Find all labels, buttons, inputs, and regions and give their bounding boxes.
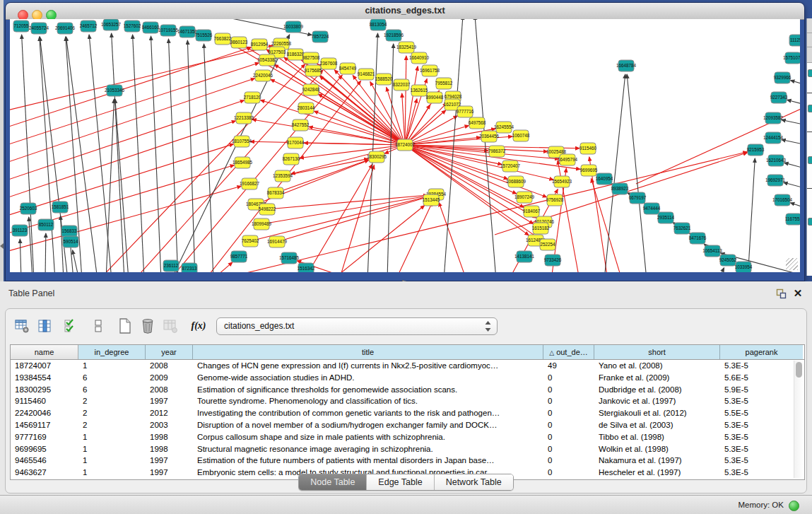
delete-table-button[interactable] [139,317,157,335]
graph-edge[interactable] [151,36,161,272]
graph-node[interactable]: 7955812 [435,78,453,89]
graph-node[interactable]: 18300295 [367,151,387,163]
graph-edge[interactable] [627,74,647,272]
graph-node[interactable]: 9227343 [770,92,788,103]
column-header-pagerank[interactable]: pagerank [720,345,803,359]
graph-node[interactable]: 8990448 [426,92,444,103]
graph-node[interactable]: 2520603 [20,203,37,214]
graph-node[interactable]: 10719155 [158,25,179,36]
graph-edge[interactable] [790,203,800,209]
function-builder-button[interactable]: f(x) [188,320,209,332]
graph-node[interactable]: 850112 [38,219,54,230]
table-settings-button[interactable] [13,317,31,335]
graph-node[interactable]: 1527602 [124,21,141,32]
graph-edge[interactable] [784,163,800,170]
graph-node[interactable]: 20364456 [479,131,500,142]
graph-node[interactable]: 9827508 [302,52,320,64]
graph-node[interactable]: 18107554 [232,136,252,147]
graph-node[interactable]: 9175685 [305,65,322,76]
graph-edge[interactable] [277,197,428,242]
graph-edge[interactable] [790,81,800,86]
graph-node[interactable]: 8322037 [393,79,411,90]
graph-node[interactable]: 252254 [540,239,555,250]
graph-node[interactable]: 8938923 [611,183,629,194]
graph-node[interactable]: 872313 [182,263,197,272]
graph-edge[interactable] [260,100,405,145]
table-row[interactable]: 946554611997Estimation of the future num… [11,455,804,467]
graph-edge[interactable] [10,46,273,113]
graph-node[interactable]: 2803144 [298,103,315,114]
graph-node[interactable]: 1060748 [512,130,530,141]
graph-node[interactable]: 9857771 [230,251,248,262]
graph-node[interactable]: 18724007 [395,139,416,151]
graph-node[interactable]: 21053346 [105,85,125,96]
table-scrollbar[interactable] [794,361,804,478]
graph-node[interactable]: 16245554 [494,122,514,133]
graph-node[interactable]: 16640910 [409,52,430,64]
graph-edge[interactable] [782,139,800,146]
graph-node[interactable]: 8170044 [287,137,305,148]
graph-node[interactable]: 9329966 [774,72,792,83]
graph-node[interactable]: 12213383 [234,112,254,124]
graph-node[interactable]: 16210643 [766,155,787,166]
graph-edge[interactable] [291,145,405,174]
graph-edge[interactable] [73,250,79,272]
graph-edge[interactable] [10,144,234,219]
graph-edge[interactable] [261,196,428,224]
select-all-button[interactable] [62,317,81,335]
graph-edge[interactable] [133,35,144,272]
graph-edge[interactable] [439,202,466,272]
graph-edge[interactable] [405,145,547,197]
new-table-button[interactable] [116,317,134,335]
graph-node[interactable]: 7857224 [312,31,329,42]
graph-node[interactable]: 1588520 [375,74,393,85]
graph-node[interactable]: 2367608 [320,58,338,69]
graph-node[interactable]: 18654985 [233,157,253,168]
graph-edge[interactable] [339,165,375,272]
table-row[interactable]: 2242004622012Investigating the contribut… [11,407,804,419]
graph-node[interactable]: 9860123 [230,37,248,48]
graph-edge[interactable] [304,143,405,145]
graph-edge[interactable] [22,35,34,272]
graph-node[interactable]: 12444154 [763,132,784,144]
graph-node[interactable]: 10688609 [506,176,526,187]
graph-edge[interactable] [784,182,800,189]
graph-node[interactable]: 16961758 [420,65,440,76]
graph-node[interactable]: 18099489 [252,218,272,230]
table-row[interactable]: 1938455462009Genome-wide association stu… [11,372,804,384]
graph-edge[interactable] [134,70,323,272]
graph-node[interactable]: 9242848 [302,84,320,95]
graph-edge[interactable] [45,233,46,272]
graph-node[interactable]: 22420046 [253,70,273,81]
import-table-button[interactable] [161,317,180,335]
graph-node[interactable]: 15751074 [783,52,800,64]
graph-edge[interactable] [112,33,124,272]
graph-node[interactable]: 19166827 [240,178,260,189]
graph-edge[interactable] [40,37,55,272]
table-row[interactable]: 1872400712008Changes of HCN gene express… [11,360,804,372]
graph-edge[interactable] [782,119,800,126]
graph-node[interactable]: 15654923 [552,176,572,187]
graph-node[interactable]: 2718120 [244,92,261,103]
graph-node[interactable]: 16033809 [283,21,304,33]
graph-edge[interactable] [115,99,129,272]
graph-node[interactable]: 10653257 [101,19,122,30]
graph-node[interactable]: 1033954 [735,262,753,272]
graph-edge[interactable] [748,158,755,272]
graph-node[interactable]: 8912954 [251,39,269,50]
graph-node[interactable]: 1516342 [298,263,315,272]
tab-network-table[interactable]: Network Table [435,474,513,490]
graph-node[interactable]: 9146821 [358,69,375,80]
graph-node[interactable]: 12353594 [273,170,293,182]
graph-node[interactable]: 8427552 [292,119,310,131]
column-header-name[interactable]: name [11,345,78,359]
table-row[interactable]: 911546021997Tourette syndrome. Phenomeno… [11,395,804,407]
graph-node[interactable]: 10543382 [257,54,278,66]
graph-edge[interactable] [332,206,425,272]
table-row[interactable]: 969969511998Structural magnetic resonanc… [11,443,804,455]
graph-node[interactable]: 5498222 [259,204,276,215]
graph-node[interactable]: 9733426 [544,255,562,266]
graph-node[interactable]: 19692971 [765,175,786,186]
tab-edge-table[interactable]: Edge Table [367,474,434,490]
graph-node[interactable]: 12093582 [763,112,784,124]
